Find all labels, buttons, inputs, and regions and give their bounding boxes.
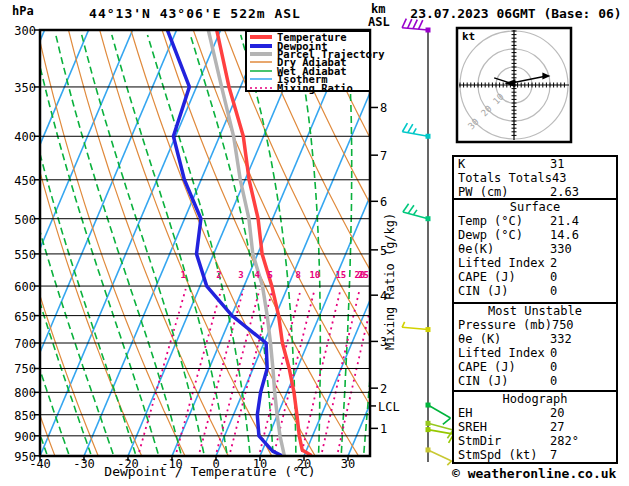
table-row: θe (K)332 (454, 332, 616, 346)
mixing-ratio-value-label: 25 (358, 270, 369, 280)
hodograph-unit-label: kt (462, 31, 475, 43)
km-tick-label: 4 (380, 289, 387, 303)
pressure-tick-label: 800 (0, 386, 36, 400)
skewt-sounding-page: { "header": { "pressure_unit": "hPa", "t… (0, 0, 629, 486)
panel-title: Surface (454, 200, 616, 214)
pressure-tick-label: 550 (0, 248, 36, 262)
panel-title: Most Unstable (454, 304, 616, 318)
mixing-ratio-value-label: 15 (335, 270, 346, 280)
line (403, 204, 409, 212)
temperature-tick-label: 20 (284, 457, 324, 471)
line (408, 205, 414, 213)
mixing-ratio-value-label: 5 (267, 270, 272, 280)
mixing-ratio-value-label: 10 (309, 270, 320, 280)
stat-label: K (458, 157, 550, 171)
km-tick-label: 7 (380, 149, 387, 163)
line (428, 430, 454, 435)
stat-label: StmDir (458, 434, 550, 448)
stat-label: StmSpd (kt) (458, 448, 550, 462)
stat-label: Lifted Index (458, 256, 550, 270)
line (443, 418, 451, 424)
stat-label: θe (K) (458, 332, 550, 346)
dry-adiabat-line (225, 30, 448, 460)
km-tick-label: 6 (380, 195, 387, 209)
stat-value: 282° (550, 434, 612, 448)
stat-label: CAPE (J) (458, 360, 550, 374)
wet-adiabat-line (112, 35, 230, 475)
line (402, 19, 406, 28)
line (402, 123, 407, 132)
stat-label: CIN (J) (458, 374, 550, 388)
stat-value: 0 (550, 270, 612, 284)
line (428, 423, 453, 430)
temperature-tick-label: -40 (20, 457, 60, 471)
mixing-ratio-value-label: 8 (296, 270, 301, 280)
stat-label: CAPE (J) (458, 270, 550, 284)
table-row: Pressure (mb)750 (454, 318, 616, 332)
temperature-tick-label: -20 (108, 457, 148, 471)
table-row: Lifted Index2 (454, 256, 616, 270)
legend-item: Mixing Ratio (249, 83, 369, 91)
stat-value: 0 (550, 360, 612, 374)
table-row: StmDir282° (454, 434, 616, 448)
km-tick-label: 3 (380, 335, 387, 349)
pressure-tick-label: 400 (0, 130, 36, 144)
km-tick-label: 8 (380, 101, 387, 115)
legend: TemperatureDewpointParcel TrajectoryDry … (245, 30, 371, 92)
stat-label: CIN (J) (458, 284, 550, 298)
line (419, 20, 423, 29)
stat-value: 14.6 (550, 228, 612, 242)
line (402, 327, 428, 329)
table-row: θe(K)330 (454, 242, 616, 256)
line (402, 322, 405, 327)
panel-surface: SurfaceTemp (°C)21.4Dewp (°C)14.6θe(K)33… (452, 198, 618, 304)
mixing-ratio-value-label: 3 (238, 270, 243, 280)
stat-value: 27 (550, 420, 612, 434)
stat-value: 31 (550, 157, 612, 171)
stat-label: PW (cm) (458, 185, 550, 199)
table-row: CAPE (J)0 (454, 270, 616, 284)
line (414, 210, 417, 215)
table-row: CIN (J)0 (454, 284, 616, 298)
temperature-curve (217, 30, 311, 455)
line (402, 132, 428, 137)
stat-label: Pressure (mb) (458, 318, 552, 332)
panel-title: Hodograph (454, 392, 616, 406)
page-title: 44°13'N 43°06'E 522m ASL (30, 8, 360, 20)
stat-label: Lifted Index (458, 346, 550, 360)
pressure-tick-label: 700 (0, 337, 36, 351)
km-tick-label: 5 (380, 244, 387, 258)
temperature-tick-label: 0 (196, 457, 236, 471)
temperature-tick-label: -30 (64, 457, 104, 471)
legend-label: Mixing Ratio (277, 84, 353, 92)
wind-barb (402, 322, 430, 332)
mixing-ratio-value-label: 1 (181, 270, 186, 280)
table-row: Dewp (°C)14.6 (454, 228, 616, 242)
table-row: CAPE (J)0 (454, 360, 616, 374)
panel-hodograph: HodographEH20SREH27StmDir282°StmSpd (kt)… (452, 390, 618, 464)
stat-value: 0 (550, 374, 612, 388)
line (413, 128, 416, 133)
parcel-trajectory-curve (208, 30, 284, 455)
stat-label: EH (458, 406, 550, 420)
panel-most-unstable: Most UnstablePressure (mb)750θe (K)332Li… (452, 302, 618, 392)
stat-label: θe(K) (458, 242, 550, 256)
pressure-tick-label: 750 (0, 362, 36, 376)
stat-label: Dewp (°C) (458, 228, 550, 242)
pressure-tick-label: 350 (0, 81, 36, 95)
table-row: Temp (°C)21.4 (454, 214, 616, 228)
pressure-tick-label: 900 (0, 430, 36, 444)
lcl-label: LCL (378, 400, 400, 414)
stat-value: 20 (550, 406, 612, 420)
panel-stability-indices: K31Totals Totals43PW (cm)2.63 (452, 155, 618, 200)
credit-footer: © weatheronline.co.uk (452, 468, 616, 480)
line (428, 450, 452, 461)
table-row: PW (cm)2.63 (454, 185, 616, 199)
stat-value: 0 (550, 284, 612, 298)
pressure-tick-label: 650 (0, 310, 36, 324)
mixing-ratio-value-label: 4 (255, 270, 260, 280)
pressure-tick-label: 300 (0, 24, 36, 38)
pressure-tick-label: 600 (0, 280, 36, 294)
pressure-tick-label: 500 (0, 213, 36, 227)
temperature-tick-label: 10 (240, 457, 280, 471)
